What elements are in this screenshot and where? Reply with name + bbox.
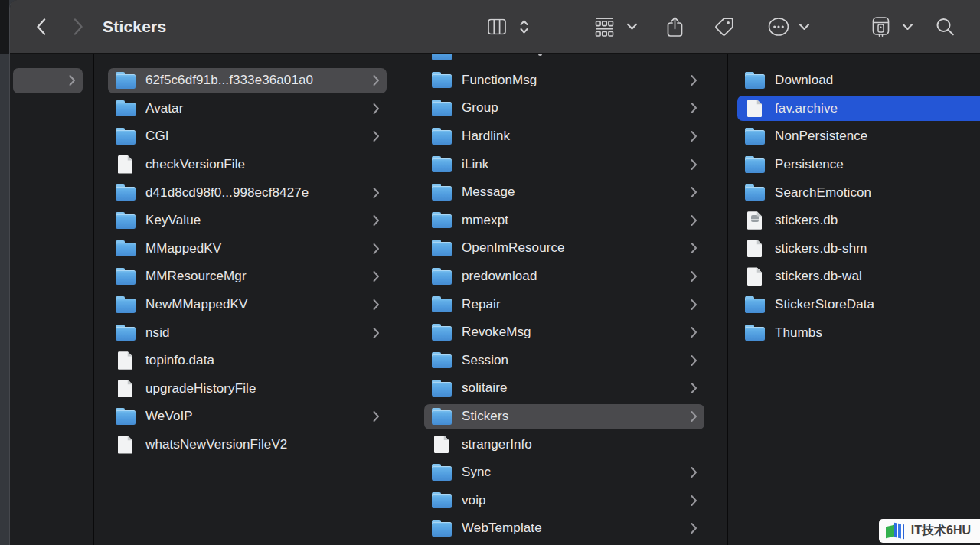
list-item[interactable]: Persistence: [737, 151, 980, 179]
list-item[interactable]: KeyValue: [108, 207, 387, 235]
list-item[interactable]: upgradeHistoryFile: [108, 375, 387, 403]
list-item[interactable]: solitaire: [424, 374, 704, 403]
titlebar: Stickers: [10, 0, 980, 54]
folder-icon: [432, 211, 452, 230]
item-label: KeyValue: [145, 213, 201, 228]
background-strip-bottom: [0, 54, 9, 545]
chevron-right-icon: [691, 271, 697, 282]
chevron-right-icon: [373, 215, 380, 227]
folder-icon: [116, 324, 136, 342]
list-item[interactable]: voip: [424, 487, 704, 515]
list-item[interactable]: predownload: [424, 263, 704, 291]
share-button[interactable]: [667, 17, 683, 38]
tag-button[interactable]: [714, 17, 734, 37]
chevron-right-icon: [691, 327, 697, 338]
item-label: whatsNewVersionFileV2: [145, 437, 287, 452]
list-item[interactable]: Thumbs: [737, 318, 980, 347]
chevron-right-icon: [373, 103, 380, 114]
item-label: CGI: [145, 129, 169, 144]
list-item[interactable]: Group: [424, 94, 704, 122]
back-button[interactable]: [36, 18, 46, 35]
device-proxy-button[interactable]: [872, 17, 913, 38]
item-label: OpenImResource: [462, 240, 565, 256]
list-item[interactable]: stickers.db: [737, 207, 980, 235]
folder-icon: [432, 127, 452, 145]
chevron-right-icon: [691, 131, 697, 142]
item-label: RevokeMsg: [462, 325, 531, 340]
chevron-right-icon: [373, 243, 380, 254]
list-item[interactable]: Message: [424, 178, 704, 207]
list-item[interactable]: NonPersistence: [737, 122, 980, 151]
search-button[interactable]: [936, 18, 955, 37]
list-item[interactable]: NewMMappedKV: [108, 291, 387, 319]
folder-icon: [745, 324, 765, 342]
list-item[interactable]: SearchEmoticon: [737, 178, 980, 207]
list-item[interactable]: WeVoIP: [108, 403, 387, 431]
chevron-right-icon: [691, 494, 697, 506]
view-mode-button[interactable]: [488, 19, 529, 35]
list-item[interactable]: strangerInfo: [424, 430, 704, 459]
item-label: topinfo.data: [145, 353, 214, 368]
group-by-button[interactable]: [595, 17, 638, 37]
folder-icon: [116, 184, 136, 202]
item-label: strangerInfo: [462, 437, 532, 452]
item-label: Group: [462, 100, 498, 116]
chevron-right-icon: [691, 411, 697, 423]
list-item[interactable]: OpenImResource: [424, 234, 704, 263]
item-label: predownload: [462, 269, 537, 284]
list-item[interactable]: MMResourceMgr: [108, 263, 387, 291]
item-label: WebTemplate: [462, 521, 542, 536]
share-icon: [667, 17, 683, 38]
more-options-button[interactable]: [768, 18, 810, 37]
list-item[interactable]: Repair: [424, 290, 704, 318]
file-icon: [745, 267, 765, 286]
list-item[interactable]: whatsNewVersionFileV2: [108, 431, 387, 459]
list-item[interactable]: [424, 54, 704, 67]
list-item[interactable]: CGI: [108, 122, 387, 151]
list-item[interactable]: Download: [737, 67, 980, 95]
list-item[interactable]: Sync: [424, 459, 704, 487]
list-item[interactable]: stickers.db-shm: [737, 235, 980, 263]
tag-icon: [714, 17, 734, 37]
search-icon: [936, 18, 955, 37]
forward-button[interactable]: [74, 18, 83, 35]
item-label: MMappedKV: [145, 241, 221, 256]
list-item[interactable]: stickers.db-wal: [737, 263, 980, 291]
list-item[interactable]: RevokeMsg: [424, 318, 704, 347]
folder-icon: [116, 211, 136, 230]
chevron-right-icon: [69, 75, 76, 86]
folder-icon: [745, 184, 765, 202]
window-title: Stickers: [103, 18, 166, 36]
list-item[interactable]: checkVersionFile: [108, 151, 387, 179]
folder-icon: [432, 99, 452, 117]
list-item[interactable]: StickerStoreData: [737, 291, 980, 319]
list-item[interactable]: nsid: [108, 318, 387, 347]
item-label: SearchEmoticon: [775, 185, 871, 201]
list-item[interactable]: fav.archive: [737, 95, 980, 123]
list-item[interactable]: [13, 67, 83, 95]
list-item[interactable]: Hardlink: [424, 122, 704, 151]
item-label: NonPersistence: [775, 129, 867, 144]
chevron-left-icon: [36, 18, 46, 35]
list-item[interactable]: topinfo.data: [108, 347, 387, 375]
column-1: 62f5c6df91b...f333e36a01a0AvatarCGIcheck…: [94, 54, 410, 545]
list-item[interactable]: WebTemplate: [424, 514, 704, 543]
list-item[interactable]: 62f5c6df91b...f333e36a01a0: [108, 67, 387, 95]
item-label: solitaire: [462, 380, 507, 396]
item-label: Avatar: [145, 101, 183, 116]
item-label: stickers.db-shm: [775, 241, 867, 256]
item-label: checkVersionFile: [145, 157, 245, 172]
list-item[interactable]: Session: [424, 347, 704, 375]
folder-icon: [432, 323, 452, 341]
list-item[interactable]: d41d8cd98f0...998ecf8427e: [108, 178, 387, 207]
list-item[interactable]: Avatar: [108, 95, 387, 123]
item-label: Message: [462, 184, 515, 200]
list-item[interactable]: iLink: [424, 150, 704, 178]
list-item[interactable]: MMappedKV: [108, 235, 387, 263]
file-icon: [432, 436, 452, 454]
database-cylinder-glyph: [751, 215, 759, 222]
list-item[interactable]: Stickers: [424, 403, 704, 431]
watermark: IT技术6HU: [879, 519, 980, 543]
list-item[interactable]: mmexpt: [424, 207, 704, 235]
list-item[interactable]: FunctionMsg: [424, 67, 704, 95]
